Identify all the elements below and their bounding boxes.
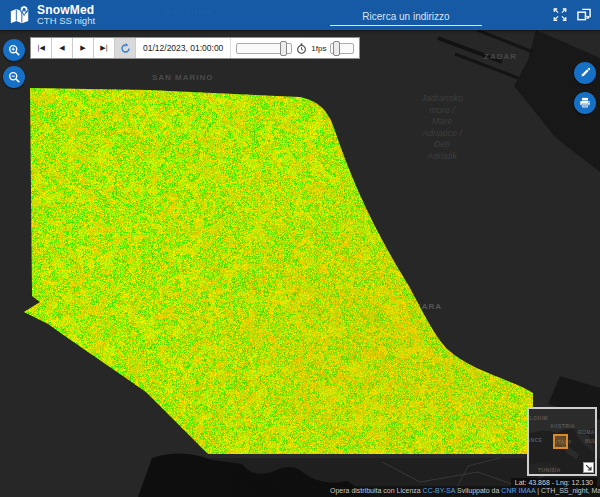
developer-link[interactable]: CNR IMAA [501, 487, 535, 494]
skip-start-button[interactable]: |◀ [31, 38, 52, 58]
minimap-label-tunisia: TUNISIA [538, 467, 561, 473]
minimap-toggle-button[interactable] [583, 462, 594, 473]
minimap-label-belgium: BELGIUM [527, 415, 548, 421]
zoom-out-button[interactable] [3, 66, 25, 88]
minimap-label-bulgaria: BULGARIA [585, 438, 597, 444]
search-input[interactable] [330, 9, 482, 26]
svg-text:Jadransko: Jadransko [420, 93, 463, 103]
app-header: SnowMed CTH SS night [0, 0, 600, 30]
timeline-toolbar: |◀ ◀ ▶ ▶| 01/12/2023, 01:00:00 1fps [30, 37, 360, 59]
svg-text:Adriatico /: Adriatico / [421, 128, 464, 138]
collapse-arrow-icon [585, 464, 593, 472]
skip-end-button[interactable]: ▶| [94, 38, 115, 58]
zoom-out-icon [8, 71, 21, 84]
draw-button[interactable] [574, 62, 596, 84]
license-link[interactable]: CC-BY-SA [423, 487, 455, 494]
map-canvas[interactable]: RAVENNA SAN MARINO ZADAR PESCARA Jadrans… [0, 0, 600, 497]
svg-text:Mare: Mare [432, 116, 453, 126]
svg-text:Deti: Deti [434, 139, 451, 149]
map-label-san-marino: SAN MARINO [152, 73, 214, 82]
svg-text:more /: more / [429, 105, 456, 115]
refresh-icon [120, 43, 131, 54]
attribution-text-2: Sviluppato da [455, 487, 501, 494]
minimap-extent-box[interactable] [553, 434, 568, 449]
timeline-datetime: 01/12/2023, 01:00:00 [136, 38, 231, 58]
zoom-in-button[interactable] [3, 39, 25, 61]
clock-icon [296, 43, 307, 54]
minimap-label-austria: AUSTRIA [550, 423, 575, 429]
address-search [330, 6, 482, 26]
print-button[interactable] [574, 92, 596, 114]
pencil-icon [579, 67, 591, 79]
fps-slider[interactable] [330, 43, 354, 54]
overview-minimap[interactable]: BELGIUM FRANCE AUSTRIA ROMANIA BULGARIA … [527, 407, 597, 476]
svg-text:Adriatik: Adriatik [426, 151, 458, 161]
time-slider[interactable] [236, 43, 292, 54]
app-titles: SnowMed CTH SS night [37, 4, 95, 27]
zoom-in-icon [8, 44, 21, 57]
printer-icon [579, 97, 591, 109]
loop-refresh-button[interactable] [115, 38, 136, 58]
minimap-label-romania: ROMANIA [578, 429, 597, 435]
attribution-bar: Opera distribuita con Licenza CC-BY-SA S… [325, 486, 600, 497]
fps-label: 1fps [311, 44, 326, 53]
step-back-button[interactable]: ◀ [52, 38, 73, 58]
map-pin-icon [9, 4, 31, 26]
app-subtitle: CTH SS night [37, 16, 95, 26]
map-label-zadar: ZADAR [484, 52, 517, 61]
fullscreen-button[interactable] [551, 7, 568, 23]
minimap-label-france: FRANCE [527, 437, 542, 443]
app-window: RAVENNA SAN MARINO ZADAR PESCARA Jadrans… [0, 0, 600, 497]
windows-button[interactable] [575, 7, 592, 23]
attribution-text-1: Opera distribuita con Licenza [330, 487, 423, 494]
windows-icon [576, 7, 592, 22]
play-button[interactable]: ▶ [73, 38, 94, 58]
fullscreen-icon [552, 7, 568, 22]
attribution-text-3: | CTH_SS_night, Map tiles by Carto, [535, 487, 600, 494]
